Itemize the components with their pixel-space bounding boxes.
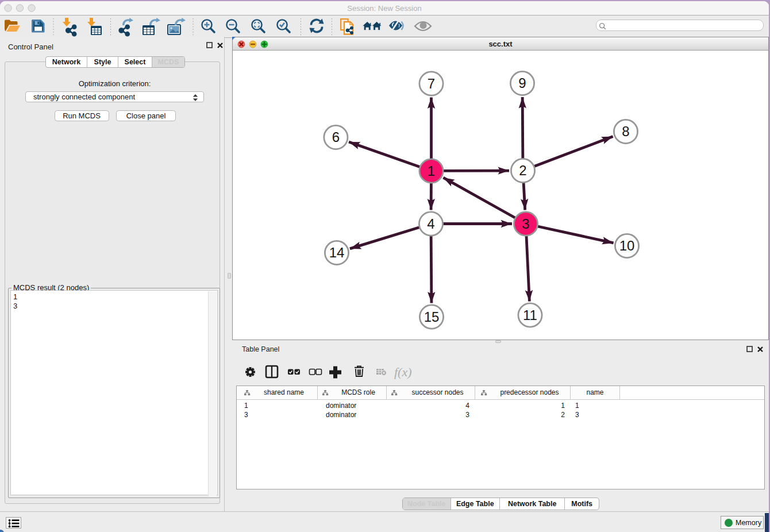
svg-text:4: 4 [427, 216, 434, 232]
svg-text:11: 11 [523, 307, 537, 323]
svg-text:1: 1 [428, 163, 435, 179]
svg-text:3: 3 [522, 216, 529, 232]
svg-text:6: 6 [332, 129, 340, 145]
svg-text:7: 7 [428, 76, 435, 91]
svg-text:Memory: Memory [736, 519, 762, 527]
svg-text:2: 2 [519, 163, 526, 178]
svg-text:8: 8 [622, 124, 629, 139]
svg-text:9: 9 [518, 75, 526, 91]
svg-text:f(x): f(x) [394, 365, 412, 379]
svg-text:10: 10 [619, 238, 635, 253]
svg-text:15: 15 [424, 309, 440, 325]
svg-text:14: 14 [329, 245, 345, 260]
